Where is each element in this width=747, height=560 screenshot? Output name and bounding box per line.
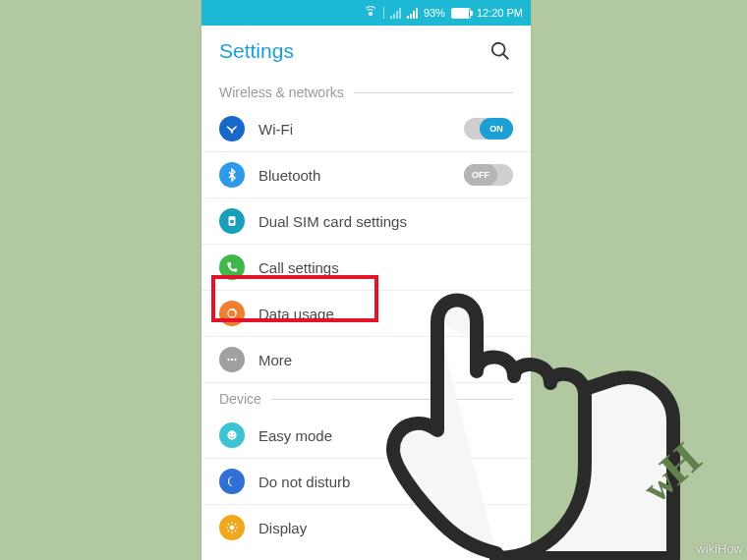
row-bluetooth[interactable]: Bluetooth OFF <box>201 152 531 198</box>
section-label: Wireless & networks <box>219 84 344 100</box>
svg-point-6 <box>227 359 229 361</box>
page-title: Settings <box>219 39 294 63</box>
wifi-icon <box>364 8 377 18</box>
row-label: Dual SIM card settings <box>259 213 513 230</box>
svg-line-1 <box>503 54 509 60</box>
section-label: Device <box>219 391 261 407</box>
row-label: Wi-Fi <box>259 121 464 138</box>
phone-frame: 93% 12:20 PM Settings Wireless & network… <box>201 0 531 560</box>
svg-line-18 <box>235 531 236 532</box>
row-label: Call settings <box>259 259 513 276</box>
row-dualsim[interactable]: Dual SIM card settings <box>201 198 531 245</box>
battery-icon <box>451 8 471 19</box>
svg-point-2 <box>231 131 233 133</box>
wikihow-watermark: wH <box>630 434 710 513</box>
bluetooth-toggle[interactable]: OFF <box>464 164 513 186</box>
easy-mode-icon <box>219 422 245 448</box>
svg-point-8 <box>234 359 236 361</box>
battery-percent: 93% <box>424 7 445 19</box>
row-label: Data usage <box>259 306 513 322</box>
row-display[interactable]: Display <box>201 505 531 550</box>
row-label: Display <box>259 520 513 536</box>
display-icon <box>219 515 245 540</box>
section-header-device: Device <box>201 383 531 413</box>
more-icon <box>219 347 245 372</box>
row-call[interactable]: Call settings <box>201 245 531 291</box>
status-bar: 93% 12:20 PM <box>201 0 531 26</box>
svg-point-10 <box>230 433 231 434</box>
svg-point-11 <box>233 433 234 434</box>
signal-sim2-icon <box>407 8 418 19</box>
section-header-wireless: Wireless & networks <box>201 77 531 106</box>
wifi-toggle[interactable]: ON <box>464 118 513 140</box>
svg-rect-4 <box>230 220 234 224</box>
row-label: Bluetooth <box>259 167 464 184</box>
clock: 12:20 PM <box>477 7 523 19</box>
svg-point-12 <box>230 526 235 531</box>
svg-point-0 <box>492 43 505 56</box>
app-header: Settings <box>201 26 531 77</box>
svg-line-17 <box>228 524 229 525</box>
search-icon <box>489 40 511 62</box>
data-usage-icon <box>219 301 245 326</box>
wikihow-label: wikiHow <box>696 541 743 556</box>
row-label: Easy mode <box>259 427 513 444</box>
svg-point-9 <box>227 430 236 439</box>
phone-icon <box>219 254 245 280</box>
svg-line-20 <box>235 524 236 525</box>
svg-point-7 <box>231 359 233 361</box>
row-dnd[interactable]: Do not disturb <box>201 459 531 505</box>
row-label: Do not disturb <box>259 474 513 490</box>
row-data-usage[interactable]: Data usage <box>201 291 531 337</box>
svg-line-19 <box>228 531 229 532</box>
sim-icon <box>219 208 245 234</box>
wifi-row-icon <box>219 116 245 141</box>
search-button[interactable] <box>488 38 513 64</box>
bluetooth-icon <box>219 162 245 188</box>
row-label: More <box>259 352 513 368</box>
signal-sim1-icon <box>390 8 401 19</box>
row-more[interactable]: More <box>201 337 531 383</box>
row-wifi[interactable]: Wi-Fi ON <box>201 106 531 152</box>
row-easy-mode[interactable]: Easy mode <box>201 413 531 459</box>
moon-icon <box>219 469 245 494</box>
